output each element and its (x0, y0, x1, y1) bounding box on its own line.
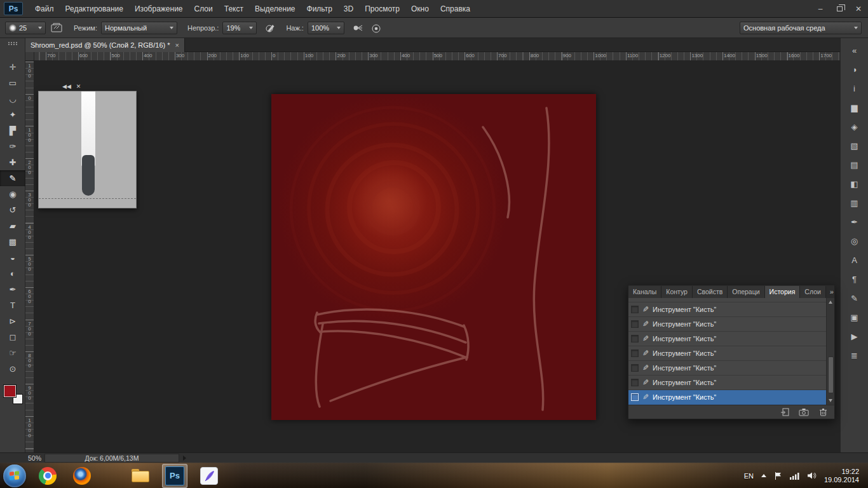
history-entry-checkbox[interactable] (631, 306, 639, 313)
blur-tool[interactable]: ◒ (0, 250, 25, 266)
shape-tool[interactable]: ◻ (0, 329, 25, 345)
history-entry[interactable]: ✎Инструмент "Кисть" (628, 302, 826, 317)
firefox-taskbar-button[interactable] (69, 464, 95, 488)
menu-item-4[interactable]: Слои (189, 0, 219, 18)
status-menu-arrow-icon[interactable] (183, 456, 186, 461)
history-entry[interactable]: ✎Инструмент "Кисть" (628, 346, 826, 361)
flow-select[interactable]: 100% (308, 22, 344, 34)
menu-item-5[interactable]: Текст (219, 0, 249, 18)
close-panel-icon[interactable]: ✕ (76, 84, 81, 90)
paragraph-panel-button[interactable]: ¶ (841, 269, 868, 288)
new-document-from-state-button[interactable] (778, 407, 791, 417)
close-tab-icon[interactable]: × (175, 41, 179, 49)
history-entry[interactable]: ✎Инструмент "Кисть" (628, 317, 826, 332)
photoshop-taskbar-button[interactable]: Ps (162, 464, 187, 488)
scroll-down-icon[interactable] (829, 399, 832, 402)
brush-tool[interactable]: ✎ (0, 170, 25, 186)
screenshot-app-taskbar-button[interactable] (196, 464, 222, 488)
scroll-up-icon[interactable] (829, 301, 832, 304)
language-indicator[interactable]: EN (744, 472, 754, 480)
menu-item-6[interactable]: Выделение (249, 0, 301, 18)
tab-history[interactable]: История (765, 286, 801, 298)
brush-panel-button[interactable]: ✎ (841, 288, 868, 308)
clone-source-panel-button[interactable]: ▣ (841, 308, 868, 327)
history-entry-checkbox[interactable] (631, 364, 639, 372)
eraser-tool[interactable]: ▰ (0, 218, 25, 234)
quick-selection-tool[interactable]: ✦ (0, 107, 25, 123)
panel-menu-chevron-icon[interactable]: » (826, 286, 837, 298)
rectangular-marquee-tool[interactable]: ▭ (0, 75, 25, 91)
healing-brush-tool[interactable]: ✚ (0, 154, 25, 170)
menu-item-11[interactable]: Справка (435, 0, 476, 18)
swatches-panel-button[interactable]: ▤ (841, 155, 868, 174)
restore-button[interactable] (830, 2, 849, 16)
move-tool[interactable]: ✛ (0, 59, 25, 75)
network-signal-icon[interactable] (790, 472, 799, 480)
foreground-color-swatch[interactable] (4, 385, 16, 397)
adjustments-panel-button[interactable]: ◑ (841, 60, 868, 79)
menu-item-1[interactable]: Файл (29, 0, 60, 18)
paths-panel-button[interactable]: ✒ (841, 212, 868, 231)
collapse-panel-icon[interactable]: ◀◀ (62, 84, 71, 90)
airbrush-toggle[interactable] (349, 20, 366, 36)
history-entry[interactable]: ✎Инструмент "Кисть" (628, 390, 826, 405)
close-button[interactable]: ✕ (849, 2, 868, 16)
volume-icon[interactable] (807, 471, 817, 480)
history-entry-checkbox[interactable] (631, 335, 639, 342)
pressure-opacity-toggle[interactable] (262, 20, 278, 36)
zoom-tool[interactable]: ⊙ (0, 361, 25, 377)
tab-paths[interactable]: Контур (661, 286, 693, 298)
history-entry[interactable]: ✎Инструмент "Кисть" (628, 376, 826, 390)
menu-item-3[interactable]: Изображение (129, 0, 189, 18)
tab-channels[interactable]: Каналы (628, 286, 661, 298)
menu-item-9[interactable]: Просмотр (359, 0, 405, 18)
clock[interactable]: 19:22 19.09.2014 (824, 468, 859, 484)
tab-actions[interactable]: Операци (728, 286, 764, 298)
action-center-flag-icon[interactable] (774, 471, 782, 480)
menu-item-2[interactable]: Редактирование (60, 0, 129, 18)
gradient-tool[interactable]: ▩ (0, 234, 25, 250)
history-entry-checkbox[interactable] (631, 393, 639, 401)
info-panel-button[interactable]: i (841, 79, 868, 98)
zoom-level[interactable]: 50% (28, 454, 44, 462)
collapse-dock-button[interactable]: « (841, 41, 868, 60)
crop-tool[interactable]: ▛ (0, 123, 25, 139)
start-button[interactable] (3, 464, 26, 487)
toolbar-grip[interactable] (8, 42, 17, 45)
menu-item-10[interactable]: Окно (405, 0, 435, 18)
delete-state-button[interactable] (817, 407, 829, 417)
explorer-taskbar-button[interactable] (128, 464, 153, 488)
styles-panel-button[interactable]: ◧ (841, 174, 868, 193)
histogram-panel-button[interactable]: ▆ (841, 98, 868, 117)
brush-panel-toggle[interactable] (48, 20, 65, 36)
clone-stamp-tool[interactable]: ◉ (0, 186, 25, 202)
scrollbar-thumb[interactable] (828, 356, 834, 393)
workspace-select[interactable]: Основная рабочая среда (740, 22, 862, 34)
timeline-panel-button[interactable]: ≣ (841, 346, 868, 365)
tab-properties[interactable]: Свойств (693, 286, 728, 298)
dodge-tool[interactable]: ◐ (0, 266, 25, 281)
history-scrollbar[interactable] (826, 298, 834, 405)
history-entry-checkbox[interactable] (631, 320, 639, 328)
history-entry-checkbox[interactable] (631, 349, 639, 357)
color-panel-button[interactable]: ▧ (841, 136, 868, 155)
history-entry[interactable]: ✎Инструмент "Кисть" (628, 361, 826, 376)
pen-tool[interactable]: ✒ (0, 281, 25, 297)
canvas-document[interactable] (271, 94, 596, 420)
navigator-panel-button[interactable]: ◈ (841, 117, 868, 136)
path-selection-tool[interactable]: ⊳ (0, 313, 25, 329)
actions-panel-button[interactable]: ▶ (841, 327, 868, 346)
character-panel-button[interactable]: A (841, 250, 868, 269)
hidden-icons-arrow-icon[interactable] (761, 474, 766, 477)
masks-panel-button[interactable]: ◎ (841, 231, 868, 250)
history-brush-tool[interactable]: ↺ (0, 202, 25, 218)
tab-layers[interactable]: Слои (800, 286, 826, 298)
document-tab[interactable]: Shroom_red.psd @ 50% (Слой 2, RGB/16) * … (25, 38, 185, 52)
channels-panel-button[interactable]: ▥ (841, 193, 868, 212)
menu-item-7[interactable]: Фильтр (301, 0, 338, 18)
pressure-size-toggle[interactable] (369, 20, 385, 36)
brush-preset-picker[interactable]: 25 (5, 22, 46, 34)
eyedropper-tool[interactable]: ✑ (0, 139, 25, 154)
new-snapshot-button[interactable] (797, 407, 810, 417)
chrome-taskbar-button[interactable] (35, 464, 60, 488)
